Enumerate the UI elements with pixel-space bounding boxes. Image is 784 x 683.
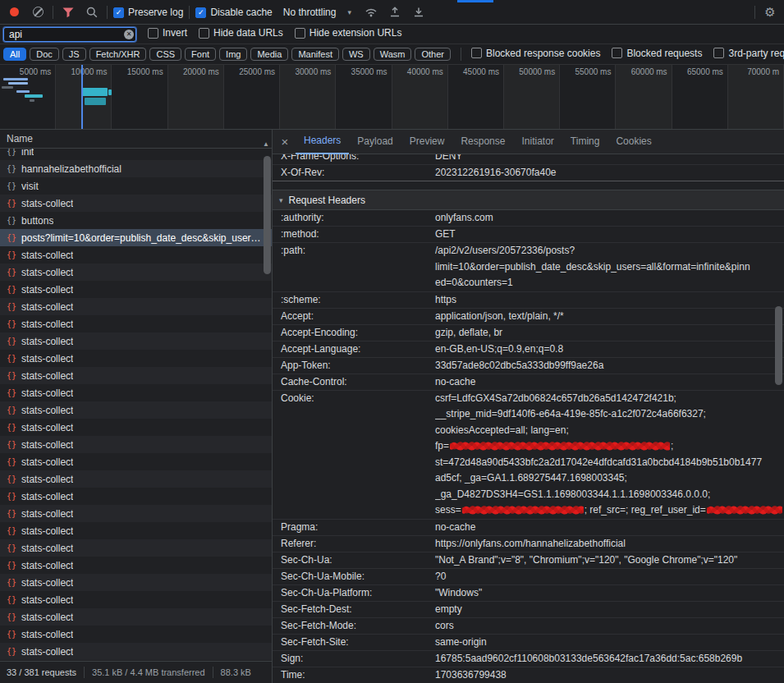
clear-button[interactable] [29, 3, 47, 21]
type-filter-ws[interactable]: WS [342, 48, 370, 61]
request-row[interactable]: {}init [0, 149, 272, 160]
tab-cookies[interactable]: Cookies [607, 130, 659, 154]
name-column-header[interactable]: Name ▲ [0, 130, 272, 149]
hide-extension-urls-checkbox[interactable]: Hide extension URLs [295, 27, 402, 39]
invert-checkbox-box[interactable] [148, 28, 158, 39]
request-row[interactable]: {}stats-collect [0, 401, 272, 419]
chevron-down-icon: ▾ [347, 8, 351, 16]
request-row[interactable]: {}stats-collect [0, 608, 272, 626]
request-type-icon: {} [7, 474, 16, 484]
type-filter-doc[interactable]: Doc [30, 48, 59, 61]
tab-timing[interactable]: Timing [562, 130, 608, 154]
hide-data-urls-checkbox[interactable]: Hide data URLs [199, 27, 283, 39]
invert-checkbox[interactable]: Invert [148, 27, 187, 39]
blocked-requests-checkbox-label: Blocked requests [626, 48, 702, 59]
filter-toggle-button[interactable] [59, 3, 77, 21]
tab-payload[interactable]: Payload [349, 130, 401, 154]
request-row[interactable]: {}stats-collect [0, 557, 272, 574]
request-row[interactable]: {}stats-collect [0, 453, 272, 470]
disable-cache-checkbox-box[interactable]: ✓ [195, 7, 206, 18]
tab-preview[interactable]: Preview [401, 130, 453, 154]
request-row[interactable]: {}posts?limit=10&order=publish_date_desc… [0, 229, 272, 246]
request-row[interactable]: {}stats-collect [0, 419, 272, 436]
blocked-requests-checkbox-box[interactable] [612, 48, 622, 58]
header-row: App-Token:33d57ade8c02dbc5a333db99ff9ae2… [273, 358, 784, 374]
export-har-button[interactable] [410, 3, 428, 21]
network-conditions-button[interactable] [362, 3, 380, 21]
request-row[interactable]: {}stats-collect [0, 384, 272, 401]
header-name: :path: [273, 243, 435, 259]
request-type-icon: {} [7, 250, 16, 259]
request-type-icon: {} [7, 337, 16, 346]
type-filter-manifest[interactable]: Manifest [291, 48, 339, 61]
type-filter-font[interactable]: Font [185, 48, 216, 61]
import-har-button[interactable] [386, 3, 404, 21]
clear-filter-icon[interactable]: ✕ [124, 30, 134, 39]
request-headers-section[interactable]: ▾Request Headers [273, 190, 784, 210]
header-row: Sec-Ch-Ua-Mobile:?0 [273, 569, 784, 585]
type-filter-other[interactable]: Other [415, 48, 451, 61]
request-row[interactable]: {}stats-collect [0, 574, 272, 591]
request-row[interactable]: {}stats-collect [0, 298, 272, 315]
request-row[interactable]: {}hannahelizabethofficial [0, 160, 272, 177]
third-party-requests-checkbox-box[interactable] [713, 48, 724, 58]
timeline-overview[interactable]: 5000 ms10000 ms15000 ms20000 ms25000 ms3… [0, 65, 784, 130]
third-party-requests-checkbox[interactable]: 3rd-party requests [713, 48, 784, 59]
type-filter-media[interactable]: Media [250, 48, 288, 61]
type-filter-fetch-xhr[interactable]: Fetch/XHR [89, 48, 147, 61]
type-filter-js[interactable]: JS [62, 48, 86, 61]
search-button[interactable] [83, 3, 101, 21]
requests-count: 33 / 381 requests [7, 667, 76, 677]
type-filter-wasm[interactable]: Wasm [374, 48, 412, 61]
throttling-select[interactable]: No throttling ▾ [278, 5, 356, 20]
disable-cache-checkbox[interactable]: ✓Disable cache [195, 7, 272, 18]
request-row[interactable]: {}stats-collect [0, 281, 272, 298]
request-row[interactable]: {}stats-collect [0, 522, 272, 539]
request-row[interactable]: {}stats-collect [0, 591, 272, 608]
preserve-log-checkbox[interactable]: ✓Preserve log [113, 7, 183, 18]
tab-response[interactable]: Response [452, 130, 513, 154]
request-row[interactable]: {}stats-collect [0, 350, 272, 367]
blocked-response-cookies-checkbox-box[interactable] [471, 48, 482, 58]
request-type-icon: {} [7, 233, 16, 242]
request-row[interactable]: {}stats-collect [0, 643, 272, 660]
summary-divider [213, 667, 213, 678]
request-row[interactable]: {}stats-collect [0, 626, 272, 643]
record-button[interactable] [5, 3, 23, 21]
request-list-scrollbar[interactable] [264, 156, 271, 274]
details-tabs: HeadersPayloadPreviewResponseInitiatorTi… [296, 130, 660, 154]
waterfall-bar [16, 90, 30, 93]
request-row[interactable]: {}stats-collect [0, 539, 272, 557]
close-icon[interactable]: × [274, 135, 296, 149]
request-row[interactable]: {}stats-collect [0, 264, 272, 281]
blocked-response-cookies-checkbox[interactable]: Blocked response cookies [471, 48, 600, 59]
request-type-icon: {} [7, 199, 16, 208]
preserve-log-checkbox-box[interactable]: ✓ [113, 7, 124, 18]
blocked-requests-checkbox[interactable]: Blocked requests [612, 48, 702, 59]
hide-data-urls-checkbox-box[interactable] [199, 28, 209, 39]
filter-input[interactable] [3, 27, 136, 42]
type-filter-img[interactable]: Img [219, 48, 247, 61]
request-row[interactable]: {}stats-collect [0, 246, 272, 264]
request-row[interactable]: {}stats-collect [0, 436, 272, 453]
request-type-icon: {} [7, 406, 16, 415]
type-filter-css[interactable]: CSS [149, 48, 181, 61]
type-filter-all[interactable]: All [3, 48, 26, 61]
request-row[interactable]: {}buttons [0, 212, 272, 229]
details-scrollbar[interactable] [775, 306, 782, 385]
request-row[interactable]: {}stats-collect [0, 470, 272, 488]
request-row[interactable]: {}stats-collect [0, 488, 272, 505]
request-row[interactable]: {}stats-collect [0, 315, 272, 332]
request-row[interactable]: {}stats-collect [0, 505, 272, 522]
tab-headers[interactable]: Headers [296, 130, 349, 154]
selected-time-marker [81, 65, 83, 129]
request-row[interactable]: {}visit [0, 177, 272, 195]
header-row: Referer:https://onlyfans.com/hannaheliza… [273, 536, 784, 552]
settings-button[interactable]: ⚙ [761, 3, 779, 21]
request-row[interactable]: {}stats-collect [0, 332, 272, 350]
hide-extension-urls-checkbox-box[interactable] [295, 28, 305, 39]
request-row[interactable]: {}stats-collect [0, 367, 272, 384]
header-row: Sec-Ch-Ua-Platform:"Windows" [273, 585, 784, 602]
request-row[interactable]: {}stats-collect [0, 195, 272, 212]
tab-initiator[interactable]: Initiator [513, 130, 562, 154]
